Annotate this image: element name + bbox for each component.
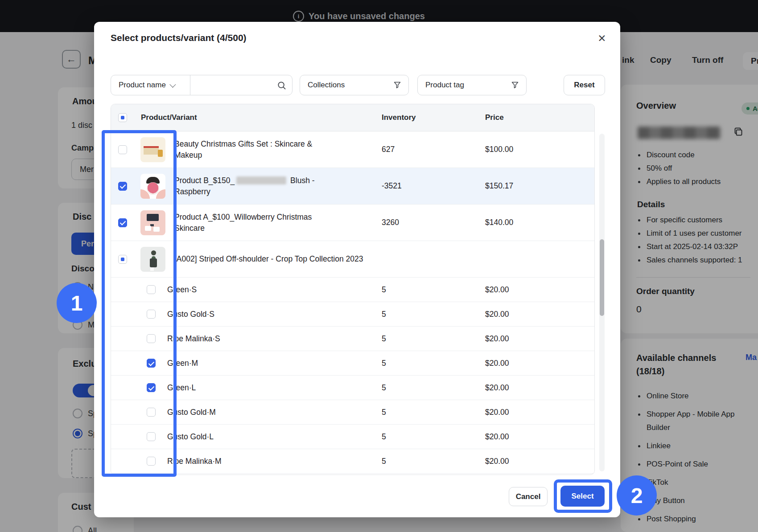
highlight-box-select-button [554, 479, 612, 513]
row-name: Ripe Malinka·S [167, 333, 377, 344]
row-price: $100.00 [479, 145, 585, 154]
row-inventory: 5 [377, 334, 479, 344]
variant-row[interactable]: Ripe Malinka·M5$20.00 [111, 449, 594, 474]
column-header-product: Product/Variant [141, 113, 377, 122]
select-all-checkbox[interactable] [118, 113, 127, 122]
row-inventory: 5 [377, 310, 479, 319]
variant-row[interactable]: Green·S5$20.00 [111, 278, 594, 302]
product-row[interactable]: Beauty Christmas Gifts Set : Skincare &M… [111, 131, 594, 168]
product-row[interactable]: Product A_$100_Willowberry ChristmasSkin… [111, 205, 594, 241]
row-inventory: 5 [377, 457, 479, 466]
table-scrollbar-track[interactable] [599, 134, 605, 471]
close-icon: ✕ [597, 33, 606, 45]
filter-funnel-icon [511, 81, 519, 89]
row-name: Product A_$100_Willowberry ChristmasSkin… [174, 212, 377, 234]
redacted-text [236, 176, 286, 184]
variant-row[interactable]: Ripe Malinka·S5$20.00 [111, 327, 594, 351]
close-button[interactable]: ✕ [594, 31, 610, 46]
row-price: $20.00 [479, 432, 585, 442]
row-name: Green·L [167, 382, 377, 393]
search-field-selector[interactable]: Product name [111, 75, 190, 95]
column-header-inventory: Inventory [377, 113, 479, 122]
row-name: Beauty Christmas Gifts Set : Skincare &M… [174, 139, 377, 161]
row-inventory: 627 [377, 145, 479, 154]
row-name: Green·M [167, 358, 377, 369]
search-icon [277, 81, 286, 90]
table-header-row: Product/Variant Inventory Price [111, 104, 594, 131]
row-name: Gusto Gold·M [167, 407, 377, 418]
row-name: Green·S [167, 284, 377, 295]
product-row[interactable]: Product B_$150_ Blush -Raspberry-3521$15… [111, 168, 594, 205]
variant-row[interactable]: Gusto Gold·S5$20.00 [111, 302, 594, 327]
row-price: $20.00 [479, 408, 585, 417]
row-price: $20.00 [479, 285, 585, 295]
search-filter-group: Product name [111, 75, 292, 95]
row-inventory: 5 [377, 285, 479, 295]
row-name: Gusto Gold·L [167, 431, 377, 442]
product-tag-filter-label: Product tag [425, 81, 464, 90]
search-field-selector-label: Product name [119, 81, 166, 90]
filter-funnel-icon [393, 81, 401, 89]
row-price: $150.17 [479, 181, 585, 191]
step-1-badge: 1 [57, 283, 97, 323]
row-inventory: 5 [377, 432, 479, 442]
variant-row[interactable]: Green·M5$20.00 [111, 351, 594, 376]
row-price: $20.00 [479, 457, 585, 466]
reset-button[interactable]: Reset [564, 75, 605, 95]
product-table-body: Beauty Christmas Gifts Set : Skincare &M… [111, 131, 594, 474]
product-row[interactable]: [A002] Striped Off-shoulder - Crop Top C… [111, 241, 594, 278]
step-2-number: 2 [631, 483, 643, 508]
step-2-badge: 2 [617, 475, 657, 516]
chevron-down-icon [169, 82, 176, 88]
row-price: $20.00 [479, 383, 585, 393]
cancel-button-label: Cancel [516, 492, 541, 501]
screen: i You have unsaved changes ← M ink Copy … [0, 0, 758, 532]
modal-title: Select products/variant (4/500) [111, 33, 247, 43]
variant-row[interactable]: Green·L5$20.00 [111, 376, 594, 400]
variant-row[interactable]: Gusto Gold·L5$20.00 [111, 425, 594, 449]
collections-filter-label: Collections [308, 81, 345, 90]
row-price: $20.00 [479, 334, 585, 344]
row-name: Ripe Malinka·M [167, 456, 377, 467]
row-price: $20.00 [479, 359, 585, 368]
highlight-box-checkbox-column [102, 130, 177, 477]
row-price: $20.00 [479, 310, 585, 319]
search-input[interactable] [195, 78, 277, 93]
variant-row[interactable]: Gusto Gold·M5$20.00 [111, 400, 594, 425]
reset-button-label: Reset [574, 81, 594, 90]
row-inventory: 5 [377, 359, 479, 368]
row-name: [A002] Striped Off-shoulder - Crop Top C… [174, 254, 377, 265]
row-inventory: 5 [377, 383, 479, 393]
column-header-price: Price [479, 113, 585, 122]
row-inventory: 5 [377, 408, 479, 417]
product-table: Product/Variant Inventory Price Beauty C… [111, 104, 595, 475]
row-inventory: -3521 [377, 181, 479, 191]
row-inventory: 3260 [377, 218, 479, 227]
collections-filter[interactable]: Collections [300, 75, 409, 95]
table-scrollbar-thumb[interactable] [600, 239, 604, 316]
row-name: Gusto Gold·S [167, 309, 377, 320]
row-name: Product B_$150_ Blush -Raspberry [174, 175, 377, 197]
row-price: $140.00 [479, 218, 585, 227]
cancel-button[interactable]: Cancel [509, 487, 548, 506]
step-1-number: 1 [71, 291, 83, 315]
product-tag-filter[interactable]: Product tag [417, 75, 527, 95]
